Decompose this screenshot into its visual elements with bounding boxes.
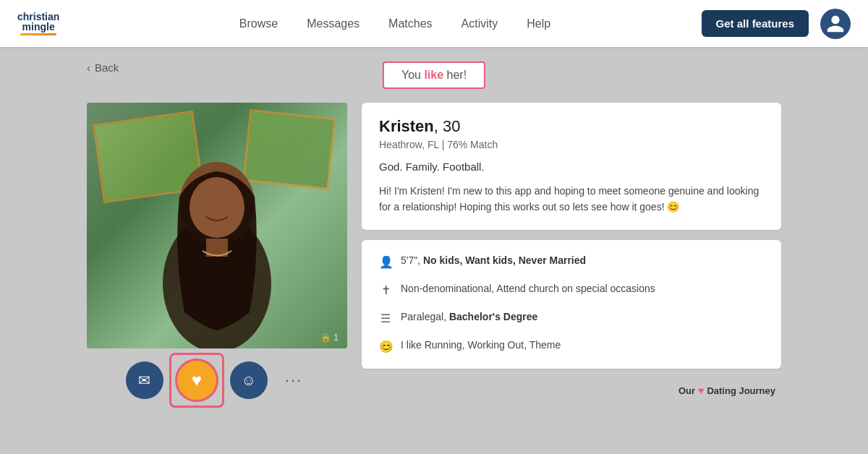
detail-row-religion: ✝ Non-denominational, Attend church on s…	[379, 281, 764, 299]
profile-match-percent: 76% Match	[447, 139, 498, 150]
content-wrapper: ‹ Back You like her!	[87, 61, 781, 402]
detail-row-physical: 👤 5'7", No kids, Want kids, Never Marrie…	[379, 253, 764, 271]
profile-name: Kristen	[379, 117, 434, 135]
photo-section: 🔒 1 ✉ ♥ ☺ ···	[87, 103, 347, 402]
interests-icon: 😊	[379, 338, 392, 356]
photo-background	[87, 103, 347, 348]
smile-button[interactable]: ☺	[230, 361, 268, 399]
watermark-heart-icon: ♥	[698, 385, 704, 396]
like-banner-prefix: You	[401, 69, 424, 81]
detail-religion-text: Non-denominational, Attend church on spe…	[401, 281, 655, 296]
profile-age: , 30	[434, 117, 461, 135]
like-button[interactable]: ♥	[175, 359, 218, 402]
profile-info: Kristen, 30 Heathrow, FL | 76% Match God…	[362, 103, 781, 402]
like-icon: ♥	[192, 370, 202, 390]
logo[interactable]: christian mingle	[17, 12, 59, 35]
nav-activity[interactable]: Activity	[461, 17, 498, 30]
back-chevron-icon: ‹	[87, 61, 90, 74]
message-icon: ✉	[138, 372, 150, 389]
profile-location-match: Heathrow, FL | 76% Match	[379, 139, 764, 150]
profile-bio: Hi! I'm Kristen! I'm new to this app and…	[379, 183, 764, 215]
like-banner-suffix: her!	[443, 69, 467, 81]
profile-area: 🔒 1 ✉ ♥ ☺ ···	[87, 103, 781, 402]
watermark-suffix: Dating Journey	[707, 385, 775, 396]
profile-name-age: Kristen, 30	[379, 117, 764, 136]
avatar-icon	[825, 14, 846, 34]
profile-photo-container: 🔒 1	[87, 103, 347, 348]
career-icon: ☰	[379, 310, 392, 327]
header-right: Get all features	[702, 9, 851, 39]
like-banner: You like her!	[383, 61, 485, 89]
profile-details-card: 👤 5'7", No kids, Want kids, Never Marrie…	[362, 240, 781, 369]
detail-interests-text: I like Running, Working Out, Theme	[401, 338, 561, 353]
header: christian mingle Browse Messages Matches…	[0, 0, 868, 47]
more-icon: ···	[285, 371, 302, 389]
religion-icon: ✝	[379, 282, 392, 299]
nav-messages[interactable]: Messages	[307, 17, 359, 30]
logo-line2: mingle	[22, 22, 55, 32]
watermark-prefix: Our	[678, 385, 695, 396]
smile-icon: ☺	[242, 372, 256, 389]
user-avatar[interactable]	[820, 9, 851, 39]
profile-tagline: God. Family. Football.	[379, 160, 764, 173]
back-button[interactable]: ‹ Back	[87, 61, 119, 74]
detail-physical-text: 5'7", No kids, Want kids, Never Married	[401, 253, 586, 268]
detail-row-career: ☰ Paralegal, Bachelor's Degree	[379, 309, 764, 327]
action-buttons: ✉ ♥ ☺ ···	[87, 359, 347, 402]
main-nav: Browse Messages Matches Activity Help	[88, 17, 701, 30]
nav-help[interactable]: Help	[527, 17, 550, 30]
profile-name-card: Kristen, 30 Heathrow, FL | 76% Match God…	[362, 103, 781, 230]
like-button-wrapper: ♥	[175, 359, 218, 402]
main-content: ‹ Back You like her!	[0, 47, 868, 416]
nav-browse[interactable]: Browse	[239, 17, 278, 30]
get-features-button[interactable]: Get all features	[702, 10, 809, 37]
logo-underline	[20, 33, 56, 35]
back-label: Back	[95, 61, 119, 74]
photo-count: 🔒 1	[320, 333, 339, 343]
watermark: Our ♥ Dating Journey	[678, 385, 775, 396]
nav-matches[interactable]: Matches	[388, 17, 432, 30]
svg-point-2	[190, 177, 244, 238]
message-button[interactable]: ✉	[126, 361, 163, 399]
like-banner-highlight: like	[424, 69, 443, 81]
person-silhouette	[130, 139, 304, 348]
detail-row-interests: 😊 I like Running, Working Out, Theme	[379, 338, 764, 356]
logo-line1: christian	[17, 12, 59, 22]
profile-location: Heathrow, FL	[379, 139, 439, 150]
person-detail-icon: 👤	[379, 254, 392, 271]
more-button[interactable]: ···	[279, 368, 308, 393]
detail-career-text: Paralegal, Bachelor's Degree	[401, 309, 537, 325]
